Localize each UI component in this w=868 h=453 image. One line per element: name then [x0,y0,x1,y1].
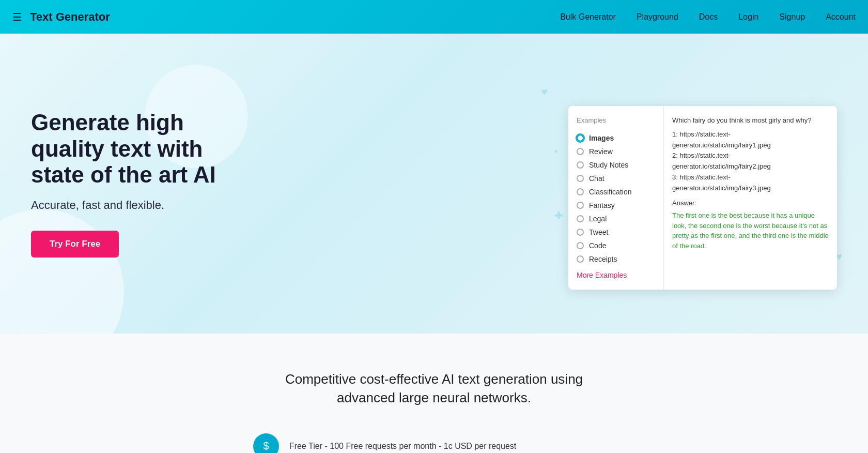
example-item-tweet[interactable]: Tweet [577,225,655,239]
dollar-icon-circle: $ [253,433,279,453]
example-item-fantasy[interactable]: Fantasy [577,199,655,212]
hero-headline: Generate high quality text with state of… [31,110,248,188]
radio-images [577,134,584,142]
example-item-review[interactable]: Review [577,145,655,158]
examples-line2: 2: https://static.text-generator.io/stat… [672,150,829,172]
examples-answer-label: Answer: [672,198,829,209]
try-free-button[interactable]: Try For Free [31,231,119,258]
deco-plus-icon: ✚ [554,209,563,222]
example-item-images[interactable]: Images [577,131,655,145]
radio-chat [577,175,584,182]
examples-answer-text: The first one is the best because it has… [672,210,829,251]
below-hero-section: Competitive cost-effective AI text gener… [0,334,868,453]
hero-section: ♥ ● ✚ ✕ ● ♥ Generate high quality text w… [0,34,868,334]
navbar: ☰ Text Generator Bulk Generator Playgrou… [0,0,868,34]
hamburger-menu-icon[interactable]: ☰ [12,11,22,23]
nav-link-bulk-generator[interactable]: Bulk Generator [560,12,616,22]
dollar-icon: $ [263,440,269,452]
navbar-right: Bulk Generator Playground Docs Login Sig… [560,12,856,22]
examples-card: Examples Images Review Study Notes Chat … [568,106,837,290]
feature-text-free-tier: Free Tier - 100 Free requests per month … [289,442,516,451]
deco-heart-icon: ♥ [541,85,548,99]
nav-brand[interactable]: Text Generator [30,10,110,24]
example-item-legal[interactable]: Legal [577,212,655,225]
example-item-chat[interactable]: Chat [577,172,655,185]
nav-link-signup[interactable]: Signup [779,12,805,22]
feature-item-free-tier: $ Free Tier - 100 Free requests per mont… [253,433,516,453]
radio-review [577,148,584,155]
examples-question: Which fairy do you think is most girly a… [672,115,829,126]
examples-content: Which fairy do you think is most girly a… [664,106,837,290]
hero-subheadline: Accurate, fast and flexible. [31,199,248,212]
radio-code [577,242,584,249]
examples-line1: 1: https://static.text-generator.io/stat… [672,129,829,151]
hero-left: Generate high quality text with state of… [31,110,248,258]
examples-label: Examples [577,116,655,124]
navbar-left: ☰ Text Generator [12,10,110,24]
nav-link-login[interactable]: Login [738,12,758,22]
radio-classification [577,188,584,195]
more-examples-link[interactable]: More Examples [577,271,655,279]
example-item-receipts[interactable]: Receipts [577,252,655,266]
below-hero-headline: Competitive cost-effective AI text gener… [274,370,594,407]
nav-link-docs[interactable]: Docs [699,12,718,22]
deco-dot-icon: ● [554,147,558,155]
radio-tweet [577,229,584,236]
example-item-classification[interactable]: Classification [577,185,655,199]
nav-link-account[interactable]: Account [826,12,856,22]
example-item-code[interactable]: Code [577,239,655,252]
nav-link-playground[interactable]: Playground [637,12,678,22]
radio-legal [577,215,584,222]
radio-receipts [577,255,584,263]
features-list: $ Free Tier - 100 Free requests per mont… [253,433,615,453]
radio-fantasy [577,202,584,209]
examples-line3: 3: https://static.text-generator.io/stat… [672,172,829,194]
radio-study-notes [577,161,584,169]
example-item-study-notes[interactable]: Study Notes [577,158,655,172]
examples-sidebar: Examples Images Review Study Notes Chat … [568,106,664,290]
